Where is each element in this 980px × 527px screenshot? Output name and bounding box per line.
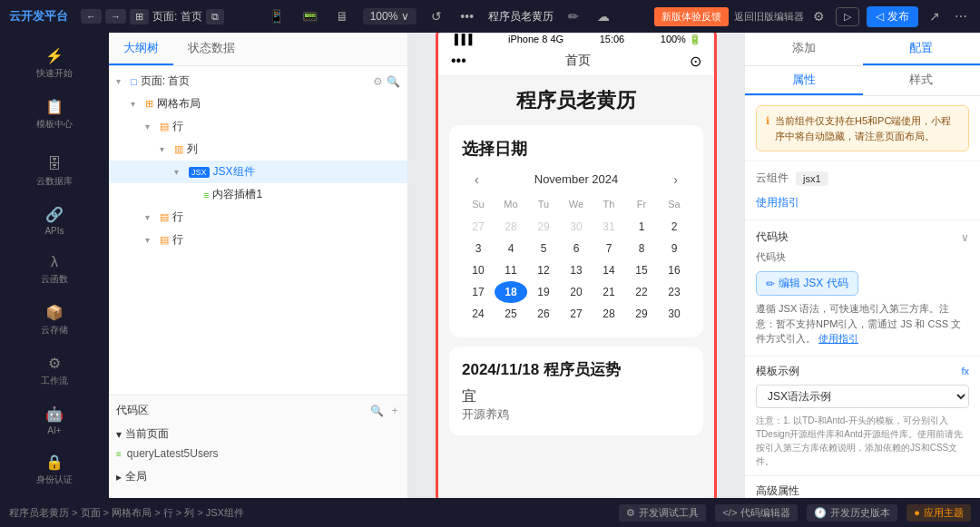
mobile-icon[interactable]: 📱 bbox=[265, 7, 288, 25]
edit-icon[interactable]: ✏ bbox=[564, 7, 583, 25]
prop-tab-style[interactable]: 样式 bbox=[863, 66, 981, 95]
cal-day[interactable]: 27 bbox=[462, 216, 495, 238]
menu-icon[interactable]: ⋯ bbox=[951, 7, 971, 25]
cal-day[interactable]: 22 bbox=[625, 281, 658, 303]
cal-day[interactable]: 30 bbox=[658, 303, 691, 325]
search-action[interactable]: 🔍 bbox=[387, 75, 400, 88]
code-block-collapse[interactable]: ∨ bbox=[961, 231, 969, 244]
cal-day[interactable]: 13 bbox=[560, 259, 593, 281]
toggle-grid[interactable]: ▾ bbox=[131, 99, 145, 109]
cal-day[interactable]: 29 bbox=[527, 216, 560, 238]
sidebar-item-workflow[interactable]: ⚙ 工作流 bbox=[5, 347, 103, 395]
component-link[interactable]: 使用指引 bbox=[756, 196, 799, 209]
toggle-page[interactable]: ▾ bbox=[116, 76, 131, 86]
grid-btn[interactable]: ⊞ bbox=[130, 9, 149, 24]
cal-day[interactable]: 15 bbox=[625, 259, 658, 281]
cal-day[interactable]: 3 bbox=[462, 238, 495, 259]
tree-item-col[interactable]: ▾ ▥ 列 bbox=[109, 138, 407, 161]
cal-day[interactable]: 31 bbox=[593, 216, 625, 238]
cloud-icon[interactable]: ☁ bbox=[593, 7, 613, 25]
cal-day[interactable]: 9 bbox=[658, 238, 691, 259]
cal-day[interactable]: 30 bbox=[560, 216, 593, 238]
cal-day[interactable]: 21 bbox=[593, 281, 625, 303]
forward-btn[interactable]: → bbox=[105, 9, 126, 24]
toggle-row3[interactable]: ▾ bbox=[145, 235, 160, 245]
settings-action[interactable]: ⚙ bbox=[373, 75, 383, 88]
template-select[interactable]: JSX语法示例 bbox=[756, 385, 969, 408]
code-section-header-current[interactable]: ▾ 当前页面 bbox=[116, 424, 400, 444]
code-section-header-global[interactable]: ▸ 全局 bbox=[116, 466, 400, 487]
toggle-row1[interactable]: ▾ bbox=[145, 122, 160, 132]
cal-day-today[interactable]: 18 bbox=[495, 281, 527, 303]
cal-day[interactable]: 25 bbox=[495, 303, 527, 325]
refresh-icon[interactable]: ↺ bbox=[427, 7, 446, 25]
toggle-jsx[interactable]: ▾ bbox=[174, 167, 189, 177]
prop-tab-attrs[interactable]: 属性 bbox=[745, 66, 863, 95]
cal-day[interactable]: 28 bbox=[495, 216, 527, 238]
template-func-icon[interactable]: fx bbox=[961, 366, 969, 376]
cal-day[interactable]: 29 bbox=[625, 303, 658, 325]
tab-add[interactable]: 添加 bbox=[745, 33, 863, 65]
new-exp-btn[interactable]: 新版体验反馈 bbox=[654, 7, 729, 26]
cal-day[interactable]: 27 bbox=[560, 303, 593, 325]
sidebar-item-cloud-db[interactable]: 🗄 云数据库 bbox=[5, 149, 103, 195]
search-code-btn[interactable]: 🔍 bbox=[370, 403, 384, 418]
cal-day[interactable]: 20 bbox=[560, 281, 593, 303]
sidebar-item-ai[interactable]: 🤖 AI+ bbox=[5, 398, 103, 443]
cal-day[interactable]: 10 bbox=[462, 259, 495, 281]
settings-icon[interactable]: ⚙ bbox=[809, 7, 828, 25]
copy-btn[interactable]: ⧉ bbox=[206, 9, 224, 24]
edit-jsx-btn[interactable]: ✏ 编辑 JSX 代码 bbox=[756, 271, 858, 296]
toggle-col[interactable]: ▾ bbox=[160, 144, 174, 154]
cal-day[interactable]: 7 bbox=[593, 238, 625, 259]
sidebar-item-apis[interactable]: 🔗 APIs bbox=[5, 199, 103, 243]
sidebar-item-auth[interactable]: 🔒 身份认证 bbox=[5, 446, 103, 493]
cal-day[interactable]: 12 bbox=[527, 259, 560, 281]
code-editor-btn[interactable]: </> 代码编辑器 bbox=[715, 504, 798, 522]
tablet-icon[interactable]: 📟 bbox=[299, 7, 321, 25]
tree-item-slot[interactable]: ≡ 内容插槽1 bbox=[109, 183, 407, 206]
old-exp-btn[interactable]: 返回旧版编辑器 bbox=[734, 10, 804, 24]
more-icon[interactable]: ••• bbox=[456, 7, 477, 25]
cal-day[interactable]: 17 bbox=[462, 281, 495, 303]
sidebar-item-template[interactable]: 📋 模板中心 bbox=[5, 91, 103, 138]
cal-day[interactable]: 26 bbox=[527, 303, 560, 325]
tree-item-jsx[interactable]: ▾ JSX JSX组件 bbox=[109, 161, 407, 183]
tree-item-row2[interactable]: ▾ ▤ 行 bbox=[109, 206, 407, 229]
cal-next-btn[interactable]: › bbox=[668, 171, 683, 189]
cal-day[interactable]: 8 bbox=[625, 238, 658, 259]
tree-item-row1[interactable]: ▾ ▤ 行 bbox=[109, 115, 407, 138]
debug-tool-btn[interactable]: ⚙ 开发调试工具 bbox=[619, 504, 706, 522]
desktop-icon[interactable]: 🖥 bbox=[332, 7, 352, 25]
cal-day[interactable]: 5 bbox=[527, 238, 560, 259]
cal-day[interactable]: 4 bbox=[495, 238, 527, 259]
cal-day[interactable]: 11 bbox=[495, 259, 527, 281]
toggle-row2[interactable]: ▾ bbox=[145, 212, 160, 222]
cal-day[interactable]: 6 bbox=[560, 238, 593, 259]
tree-item-grid[interactable]: ▾ ⊞ 网格布局 bbox=[109, 93, 407, 115]
tab-state[interactable]: 状态数据 bbox=[173, 33, 250, 65]
sidebar-item-quick-start[interactable]: ⚡ 快速开始 bbox=[5, 40, 103, 87]
cal-day[interactable]: 16 bbox=[658, 259, 691, 281]
sidebar-item-cloud-func[interactable]: λ 云函数 bbox=[5, 247, 103, 293]
tree-item-page[interactable]: ▾ □ 页面: 首页 ⚙ 🔍 bbox=[109, 70, 407, 93]
jsx-guide-link[interactable]: 使用指引 bbox=[818, 333, 858, 344]
publish-btn[interactable]: ◁ 发布 bbox=[867, 6, 918, 27]
zoom-control[interactable]: 100% ∨ bbox=[363, 8, 417, 24]
cal-day[interactable]: 23 bbox=[658, 281, 691, 303]
cal-day[interactable]: 2 bbox=[658, 216, 691, 238]
theme-btn[interactable]: ● 应用主题 bbox=[906, 504, 971, 522]
tree-item-row3[interactable]: ▾ ▤ 行 bbox=[109, 229, 407, 251]
share-icon[interactable]: ↗ bbox=[926, 7, 944, 25]
tab-config[interactable]: 配置 bbox=[863, 33, 981, 65]
back-btn[interactable]: ← bbox=[81, 9, 102, 24]
history-btn[interactable]: 🕐 开发历史版本 bbox=[807, 504, 897, 522]
cal-prev-btn[interactable]: ‹ bbox=[469, 171, 485, 189]
preview-btn[interactable]: ▷ bbox=[836, 7, 859, 26]
add-code-btn[interactable]: ＋ bbox=[389, 403, 400, 418]
sidebar-item-cloud-storage[interactable]: 📦 云存储 bbox=[5, 297, 103, 344]
code-query-item[interactable]: ≡ queryLatest5Users bbox=[116, 444, 400, 463]
cal-day[interactable]: 14 bbox=[593, 259, 625, 281]
cal-day[interactable]: 24 bbox=[462, 303, 495, 325]
cal-day[interactable]: 28 bbox=[593, 303, 625, 325]
